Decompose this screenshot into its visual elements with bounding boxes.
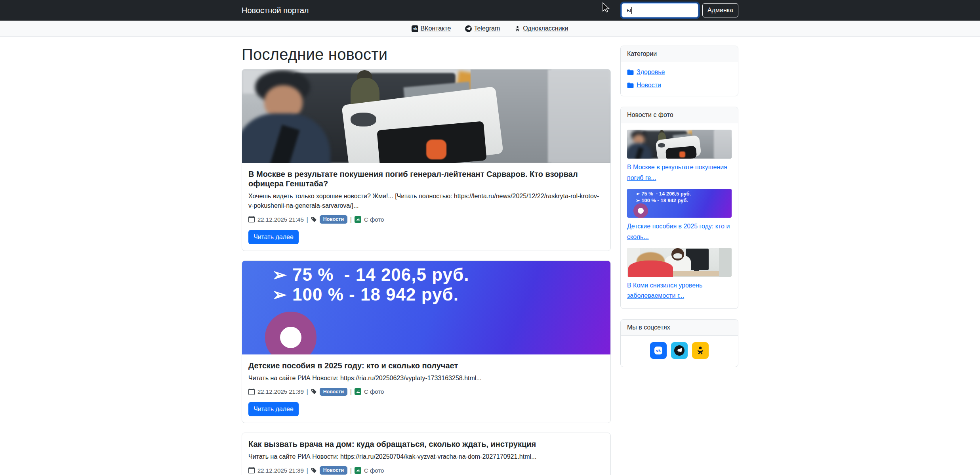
news-card: В Москве в результате покушения погиб ге… <box>242 69 611 251</box>
telegram-social-button[interactable] <box>671 342 688 359</box>
read-more-button[interactable]: Читать далее <box>248 230 299 244</box>
social-link-telegram[interactable]: Telegram <box>465 25 500 32</box>
social-link-label: Telegram <box>474 25 500 32</box>
site-brand[interactable]: Новостной портал <box>242 6 309 15</box>
article-meta: 22.12.2025 21:45 | Новости | С фото <box>248 215 604 224</box>
photo-icon <box>355 467 361 474</box>
photo-icon <box>355 216 361 223</box>
category-badge[interactable]: Новости <box>320 466 347 475</box>
text-caret <box>631 7 632 14</box>
calendar-icon <box>248 216 255 222</box>
meta-separator: | <box>307 467 308 474</box>
article-excerpt: Читать на сайте РИА Новости: https://ria… <box>248 373 604 383</box>
socials-card: Мы в соцсетях vk <box>620 319 738 367</box>
social-link-odnoklassniki[interactable]: Одноклассники <box>514 25 568 32</box>
photo-label: С фото <box>364 467 384 474</box>
odnoklassniki-icon <box>696 346 705 355</box>
article-datetime: 22.12.2025 21:39 <box>257 467 304 474</box>
category-link-label: Новости <box>637 82 661 89</box>
vk-icon: vk <box>412 25 418 32</box>
article-datetime: 22.12.2025 21:45 <box>257 216 304 223</box>
article-image-benefits: ➢ 75 % - 14 206,5 руб. ➢ 100 % - 18 942 … <box>242 261 610 354</box>
photo-news-link[interactable]: В Коми снизился уровень заболеваемости г… <box>627 280 732 302</box>
meta-separator: | <box>350 216 352 223</box>
sidebar: Категории Здоровье Новости Новости с фот… <box>620 46 738 377</box>
news-feed: Последние новости В Москве в результате … <box>242 46 611 475</box>
article-title: Детские пособия в 2025 году: кто и сколь… <box>248 361 604 370</box>
photo-news-header: Новости с фото <box>621 107 738 123</box>
odnoklassniki-social-button[interactable] <box>692 342 709 359</box>
meta-separator: | <box>350 388 352 395</box>
telegram-icon <box>465 25 472 32</box>
photo-news-link[interactable]: Детские пособия в 2025 году: кто и сколь… <box>627 221 732 243</box>
category-badge[interactable]: Новости <box>320 215 347 224</box>
category-link-novosti[interactable]: Новости <box>627 82 732 89</box>
photo-news-thumb-crash[interactable] <box>627 130 732 159</box>
news-card: Как вызвать врача на дом: куда обращатьс… <box>242 433 611 475</box>
categories-header: Категории <box>621 46 738 62</box>
calendar-icon <box>248 389 255 395</box>
article-image-crash <box>242 69 610 163</box>
page-title: Последние новости <box>242 46 611 63</box>
photo-icon <box>355 388 361 395</box>
folder-icon <box>627 82 634 89</box>
search-input-value: ы <box>627 7 631 14</box>
social-link-vk[interactable]: vk ВКонтакте <box>412 25 451 32</box>
vk-icon: vk <box>654 347 662 354</box>
article-datetime: 22.12.2025 21:39 <box>257 388 304 395</box>
tag-icon <box>311 467 317 473</box>
tag-icon <box>311 216 317 222</box>
search-input[interactable]: ы <box>622 3 698 17</box>
folder-icon <box>627 69 634 76</box>
meta-separator: | <box>350 467 352 474</box>
photo-news-thumb-clinic[interactable] <box>627 248 732 277</box>
photo-label: С фото <box>364 216 384 223</box>
social-links-bar: vk ВКонтакте Telegram Одноклассники <box>0 21 980 37</box>
article-excerpt: Хочешь видеть только хорошие новости? Жм… <box>248 192 604 211</box>
photo-news-card: Новости с фото В Москве в результате пок… <box>620 107 738 309</box>
tag-icon <box>311 389 317 395</box>
vk-social-button[interactable]: vk <box>650 342 667 359</box>
odnoklassniki-icon <box>514 25 521 32</box>
category-link-zdorovye[interactable]: Здоровье <box>627 69 732 76</box>
photo-news-link[interactable]: В Москве в результате покушения погиб ге… <box>627 162 732 184</box>
article-excerpt: Читать на сайте РИА Новости: https://ria… <box>248 452 604 462</box>
article-meta: 22.12.2025 21:39 | Новости | С фото <box>248 466 604 475</box>
meta-separator: | <box>307 216 308 223</box>
article-title: В Москве в результате покушения погиб ге… <box>248 169 604 188</box>
photo-news-thumb-benefits[interactable]: ➢ 75 % - 14 206,5 руб. ➢ 100 % - 18 942 … <box>627 189 732 218</box>
category-link-label: Здоровье <box>637 69 665 76</box>
calendar-icon <box>248 467 255 473</box>
article-title: Как вызвать врача на дом: куда обращатьс… <box>248 439 604 449</box>
telegram-icon <box>674 345 684 356</box>
social-link-label: Одноклассники <box>523 25 568 32</box>
category-badge[interactable]: Новости <box>320 388 347 396</box>
read-more-button[interactable]: Читать далее <box>248 402 299 416</box>
page: Новостной портал ы Админка vk ВКонтакте … <box>0 0 980 475</box>
categories-card: Категории Здоровье Новости <box>620 46 738 96</box>
admin-button[interactable]: Админка <box>702 3 738 17</box>
photo-label: С фото <box>364 388 384 395</box>
meta-separator: | <box>307 388 308 395</box>
news-card: ➢ 75 % - 14 206,5 руб. ➢ 100 % - 18 942 … <box>242 260 611 423</box>
top-navbar: Новостной портал ы Админка <box>0 0 980 21</box>
social-link-label: ВКонтакте <box>420 25 451 32</box>
article-meta: 22.12.2025 21:39 | Новости | С фото <box>248 388 604 396</box>
socials-header: Мы в соцсетях <box>621 320 738 336</box>
